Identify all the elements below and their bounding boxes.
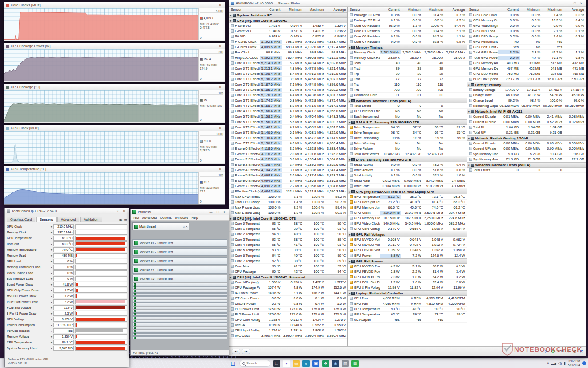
sensor-row[interactable]: Max E-core Usage100.0 %1.8 %100.0 %99.1 … (229, 210, 347, 216)
sensor-row[interactable]: GT Cores Power0.0 W0.0 W0.1 W0.0 W (229, 296, 347, 301)
dropdown-arrow-icon[interactable]: ▾ (51, 341, 52, 344)
dropdown-arrow-icon[interactable]: ▾ (51, 318, 52, 321)
sensor-row[interactable]: Total Activity0.1 %0.0 %52.1 %1.0 % (348, 173, 466, 178)
collapse-arrow-icon[interactable]: ▾ (468, 164, 470, 167)
sensor-row[interactable]: Battery Voltage17.428 V17.102 V17.482 V1… (467, 87, 586, 93)
sensor-row[interactable]: Total Errors000 (467, 168, 586, 173)
sensor-row[interactable]: Core 7 T1 Effective Clock5,136.2 MHz4.6 … (229, 141, 347, 146)
gpuz-sensor-row[interactable]: Memory Used▾480 MB (7, 253, 127, 258)
sensor-row[interactable]: Bus Clock99.8 MHz99.8 MHz99.8 MHz99.8 MH… (229, 50, 347, 55)
gpuz-tab-graphics-card[interactable]: Graphics Card (7, 217, 35, 222)
sensor-row[interactable]: Core C6 Residency (avg)0.1 %0.0 %94.2 %1… (348, 34, 466, 39)
sensor-row[interactable]: GPU NVVDD Voltage0.668 V0.648 V1.048 V0.… (348, 237, 466, 242)
scroll-left-button[interactable]: ◂◂ (232, 349, 240, 354)
collapse-arrow-icon[interactable]: ▾ (349, 292, 350, 295)
collapse-arrow-icon[interactable]: ▾ (230, 276, 231, 279)
prime95-worker-window[interactable]: Worker #4 - Torture Test (132, 266, 227, 274)
prime95-worker-window[interactable]: Worker #1 - Torture Test (132, 239, 227, 247)
prime95-minimized-worker[interactable] (132, 300, 227, 303)
sensor-row[interactable]: Core 7 T0 Effective Clock5,138.4 MHz5.3 … (229, 135, 347, 141)
sensor-row[interactable]: GPU Video Engine Load0.0 %0.0 %0.0 %0.0 … (467, 23, 586, 29)
dropdown-arrow-icon[interactable]: ▾ (51, 335, 52, 338)
sensor-row[interactable]: Core 7 Temperature92 °C38 °C100 °C89 °C (229, 258, 347, 264)
sensor-row[interactable]: Core 1 Temperature95 °C39 °C100 °C91 °C (229, 226, 347, 232)
sensor-row[interactable]: CPU Internal ErrorsNoNoNo (348, 109, 466, 114)
sensor-row[interactable]: GPU Memory Allocated403 MB389 MB512 MB41… (467, 61, 586, 66)
graph-titlebar[interactable]: GPU Clock [MHz]✕ (4, 125, 225, 131)
dropdown-arrow-icon[interactable]: ▾ (51, 294, 52, 298)
maximize-button[interactable]: □ (572, 2, 577, 5)
sensor-row[interactable]: GPU D3D Memory Dynamic758 MB712 MB824 MB… (467, 71, 586, 77)
hidden-icons-chevron[interactable]: ∧ (547, 361, 549, 365)
sensor-row[interactable]: E-core 2 Effective Clock4,112.8 MHz3.6 M… (229, 157, 347, 162)
gpuz-tab-validation[interactable]: Validation (80, 217, 102, 222)
sensor-row[interactable]: Core Max95 °C41 °C100 °C93 °C (229, 264, 347, 269)
sensor-row[interactable]: Drive Temperature54 °C32 °C58 °C51 °C (348, 125, 466, 130)
gpuz-sensor-row[interactable]: System Memory Used▾9,842 MB (7, 345, 127, 351)
scroll-right-button[interactable]: ▸▸ (242, 349, 250, 354)
gpuz-sensor-row[interactable]: Video Engine Load▾0 % (7, 270, 127, 276)
sensor-row[interactable]: GPU Clock210.0 MHz210.0 MHz2,587.5 MHz28… (348, 210, 466, 216)
sensor-row[interactable]: CPU Fan4,820 RPM0 RPM4,950 RPM4,410 RPM (348, 296, 466, 301)
gpuz-tab-advanced[interactable]: Advanced (57, 217, 79, 222)
dropdown-arrow-icon[interactable]: ▾ (51, 231, 52, 234)
sensor-row[interactable]: GPU Temperature (EC)62 °C39 °C73 °C59 °C (348, 312, 466, 317)
prime95-maximize-button[interactable]: □ (215, 210, 220, 213)
sensor-row[interactable]: E-core 4 Effective Clock4,104.2 MHz3.1 M… (229, 168, 347, 173)
sensor-row[interactable]: E-core 0 Effective Clock4,118.6 MHz3.2 M… (229, 146, 347, 151)
sensor-row[interactable]: GPU Temperature61.2 °C38.2 °C72.1 °C58.3… (348, 194, 466, 200)
close-button[interactable]: ✕ (579, 2, 584, 5)
menu-advanced[interactable]: Advanced (142, 216, 157, 220)
graph-close-button[interactable]: ✕ (217, 168, 223, 171)
sensor-group-row[interactable]: ▾Windows Hardware Errors (WHEA) (348, 98, 466, 103)
gpuz-sensor-row[interactable]: PCIe Slot Voltage▾11.9 V (7, 305, 127, 311)
sensor-row[interactable]: Trc116116116 (348, 82, 466, 87)
hwinfo-icon[interactable]: ◉ (332, 360, 339, 367)
sensor-row[interactable]: Max CPU/Thread Usage100.0 %2.1 %100.0 %9… (229, 194, 347, 200)
sensor-row[interactable]: Core 2 T1 Effective Clock5,185.3 MHz5.2 … (229, 87, 347, 93)
sensor-row[interactable]: GPU FBVDD Power2.8 W2.2 W31.4 W3.4 W (348, 269, 466, 274)
sensor-row[interactable]: Total Errors000 (348, 103, 466, 109)
sensor-row[interactable]: Sys Memory Available21.9 GB21.3 GB26.6 G… (467, 157, 586, 162)
sensor-row[interactable]: Core 3 Temperature92 °C38 °C100 °C89 °C (229, 237, 347, 242)
sensor-row[interactable]: Core VIDs (avg)1.386 V0.598 V1.452 V1.32… (229, 280, 347, 285)
sensor-row[interactable]: Effective Clock (avg)4,684.2 MHz112.4 MH… (229, 189, 347, 194)
gpuz-sensor-row[interactable]: GPU Clock▾210.0 MHz (7, 224, 127, 229)
sensor-row[interactable]: GPU Fan4,680 RPM0 RPM4,810 RPM4,260 RPM (348, 301, 466, 307)
column-header-current[interactable]: Current (380, 8, 401, 12)
sensor-row[interactable]: Core 0 Temperature93 °C38 °C100 °C90 °C (229, 221, 347, 226)
prime95-minimized-worker[interactable] (132, 293, 227, 296)
dropdown-arrow-icon[interactable]: ▾ (51, 312, 52, 315)
graph-close-button[interactable]: ✕ (217, 86, 223, 89)
collapse-arrow-icon[interactable]: ▾ (349, 158, 350, 161)
volume-icon[interactable]: ◁) (558, 361, 562, 365)
sensor-row[interactable]: GPU Core Voltage0.670 V0.650 V1.050 V0.6… (348, 226, 466, 232)
sensor-row[interactable]: Core 4 T0 Effective Clock5,168.7 MHz5.9 … (229, 103, 347, 109)
sensor-row[interactable]: Core 3 T1 Effective Clock5,174.2 MHz6.8 … (229, 98, 347, 103)
prime95-minimized-worker[interactable] (132, 333, 227, 336)
sensor-group-row[interactable]: ▾GPU Rail Voltages (348, 232, 466, 237)
sensor-row[interactable]: Ring/LLC Clock4,892.3 MHz766.4 MHz4,990.… (229, 55, 347, 61)
sensor-row[interactable]: Core 2 T0 Effective Clock5,187.6 MHz7.1 … (229, 82, 347, 87)
sensor-row[interactable]: GPU Bus Load0.0 %0.0 %2.1 %0.1 % (467, 29, 586, 34)
graph-titlebar[interactable]: CPU Package [°C]✕ (4, 84, 225, 90)
taskbar-clock[interactable]: 3:02 PM 5/8/2024 (568, 360, 580, 367)
sensor-row[interactable]: Max P-core Usage100.0 %3.2 %100.0 %99.4 … (229, 205, 347, 210)
menu-help[interactable]: Help (191, 216, 198, 220)
sensor-row[interactable]: E-core VID1.348 V0.611 V1.421 V1.296 V (229, 29, 347, 34)
prime95-minimized-worker[interactable] (132, 296, 227, 299)
sensor-group-row[interactable]: ▾CPU [#0]: Intel Core i9-13900HX (229, 18, 347, 23)
collapse-arrow-icon[interactable]: ▾ (230, 19, 231, 22)
mdi-window-buttons[interactable]: — □ ✕ (180, 225, 188, 228)
sensor-row[interactable]: P-Cores Clock5,192.8 MHz798.2 MHz5,486.1… (229, 39, 347, 45)
collapse-arrow-icon[interactable]: ▾ (349, 233, 350, 236)
dropdown-arrow-icon[interactable]: ▾ (51, 237, 52, 240)
prime95-minimized-worker[interactable] (132, 307, 227, 310)
sensor-row[interactable]: Core 5 T1 Effective Clock5,156.8 MHz5.6 … (229, 119, 347, 125)
sensor-row[interactable]: CPU Core Voltage (SVID)1.298 V0.612 V1.4… (229, 317, 347, 323)
gpuz-log-icon[interactable]: ◉ (119, 218, 122, 222)
graph-close-button[interactable]: ✕ (217, 45, 223, 48)
sensor-row[interactable]: GPU Hot Spot Temperature71.2 °C41.8 °C81… (348, 200, 466, 205)
sensor-row[interactable]: GPU Core Load0.0 %0.0 %1.4 %0.2 % (467, 12, 586, 18)
sensor-group-row[interactable]: ▾Windows Hardware Errors (WHEA) (467, 162, 586, 168)
